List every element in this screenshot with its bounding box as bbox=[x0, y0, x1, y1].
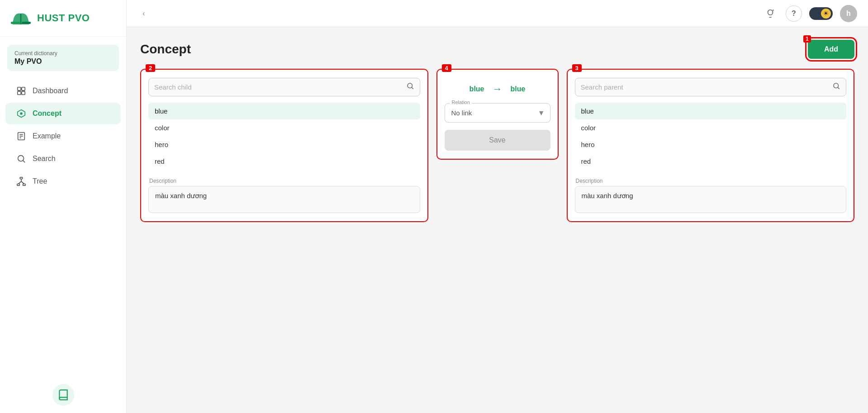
child-description-label: Description bbox=[148, 178, 420, 184]
avatar-letter: h bbox=[846, 9, 851, 18]
add-button[interactable]: Add bbox=[808, 40, 854, 59]
relation-right-concept: blue bbox=[511, 85, 526, 93]
relation-left-concept: blue bbox=[470, 85, 484, 93]
collapse-sidebar-button[interactable]: ‹ bbox=[138, 7, 150, 20]
svg-rect-3 bbox=[18, 87, 21, 90]
child-search-icon[interactable] bbox=[406, 82, 414, 92]
dashboard-label: Dashboard bbox=[33, 87, 68, 95]
example-label: Example bbox=[33, 132, 61, 140]
sidebar-item-concept[interactable]: Concept bbox=[5, 103, 121, 124]
svg-rect-2 bbox=[22, 22, 31, 24]
child-item-red[interactable]: red bbox=[148, 153, 420, 170]
add-button-badge: 1 bbox=[803, 35, 811, 43]
child-panel-badge: 2 bbox=[146, 64, 155, 72]
child-panel: 2 blue color hero red bbox=[140, 69, 428, 222]
parent-concept-list: blue color hero red bbox=[575, 103, 847, 170]
search-nav-icon bbox=[16, 154, 26, 164]
content-header: Concept 1 Add bbox=[140, 40, 854, 59]
sun-icon: ☀ bbox=[823, 10, 829, 17]
lightbulb-button[interactable] bbox=[762, 5, 778, 22]
content-area: Concept 1 Add 2 bbox=[127, 27, 868, 413]
svg-point-13 bbox=[18, 156, 24, 161]
svg-line-20 bbox=[21, 181, 24, 184]
logo-icon bbox=[9, 8, 33, 28]
svg-rect-16 bbox=[17, 184, 20, 186]
svg-point-8 bbox=[20, 112, 23, 115]
child-search-input[interactable] bbox=[154, 83, 403, 91]
tree-icon bbox=[16, 176, 26, 186]
parent-item-blue[interactable]: blue bbox=[575, 103, 847, 119]
book-button[interactable] bbox=[52, 384, 74, 406]
child-item-blue[interactable]: blue bbox=[148, 103, 420, 119]
svg-rect-1 bbox=[11, 22, 20, 24]
sidebar-item-example[interactable]: Example bbox=[5, 125, 121, 147]
dictionary-value: My PVO bbox=[14, 57, 112, 66]
sidebar-nav: Dashboard Concept Example Search bbox=[0, 75, 126, 377]
concept-icon bbox=[16, 109, 26, 119]
parent-item-red[interactable]: red bbox=[575, 153, 847, 170]
relation-select[interactable]: No link Is a Part of Related bbox=[445, 103, 550, 123]
app-name: HUST PVO bbox=[37, 12, 90, 24]
search-label: Search bbox=[33, 155, 56, 163]
example-icon bbox=[16, 131, 26, 141]
svg-rect-17 bbox=[23, 184, 25, 186]
parent-search-icon[interactable] bbox=[832, 82, 840, 92]
parent-panel: 3 blue color hero red bbox=[567, 69, 855, 222]
parent-description-wrapper: Description màu xanh dương bbox=[575, 170, 847, 213]
user-avatar[interactable]: h bbox=[840, 5, 857, 22]
topbar-left: ‹ bbox=[138, 7, 150, 20]
child-concept-list: blue color hero red bbox=[148, 103, 420, 170]
svg-rect-4 bbox=[22, 87, 25, 90]
child-item-color[interactable]: color bbox=[148, 119, 420, 136]
sidebar-item-dashboard[interactable]: Dashboard bbox=[5, 80, 121, 102]
logo-area: HUST PVO bbox=[0, 0, 126, 37]
relation-select-label: Relation bbox=[450, 100, 472, 105]
dashboard-icon bbox=[16, 86, 26, 96]
topbar-right: ? ☀ h bbox=[762, 5, 857, 22]
parent-search-input[interactable] bbox=[581, 83, 829, 91]
help-button[interactable]: ? bbox=[786, 5, 802, 22]
svg-line-23 bbox=[412, 87, 413, 89]
panels-row: 2 blue color hero red bbox=[140, 69, 854, 222]
collapse-icon: ‹ bbox=[142, 9, 145, 18]
toggle-knob: ☀ bbox=[821, 9, 831, 19]
dictionary-label: Current dictionary bbox=[14, 50, 112, 57]
svg-point-21 bbox=[773, 9, 774, 11]
parent-search-bar[interactable] bbox=[575, 78, 847, 96]
relation-arrow-icon: → bbox=[493, 83, 503, 95]
svg-line-14 bbox=[23, 161, 25, 162]
relation-panel-badge: 4 bbox=[442, 64, 451, 72]
svg-rect-6 bbox=[22, 91, 25, 95]
svg-line-19 bbox=[19, 181, 21, 184]
parent-description-box: màu xanh dương bbox=[575, 186, 847, 213]
lightbulb-icon bbox=[765, 9, 775, 19]
add-button-wrapper: 1 Add bbox=[808, 40, 854, 59]
question-icon: ? bbox=[792, 9, 796, 18]
book-icon bbox=[57, 389, 69, 401]
parent-description-label: Description bbox=[575, 178, 847, 184]
relation-panel: 4 blue → blue Relation No link Is a Part… bbox=[436, 69, 559, 160]
child-description-wrapper: Description màu xanh dương bbox=[148, 170, 420, 213]
parent-panel-badge: 3 bbox=[572, 64, 582, 72]
sidebar: HUST PVO Current dictionary My PVO Dashb… bbox=[0, 0, 127, 413]
parent-item-color[interactable]: color bbox=[575, 119, 847, 136]
page-title: Concept bbox=[140, 42, 191, 57]
dark-mode-toggle[interactable]: ☀ bbox=[809, 7, 833, 20]
child-description-box: màu xanh dương bbox=[148, 186, 420, 213]
svg-point-24 bbox=[834, 83, 839, 88]
tree-label: Tree bbox=[33, 177, 47, 185]
sidebar-item-tree[interactable]: Tree bbox=[5, 171, 121, 192]
svg-rect-15 bbox=[20, 177, 23, 179]
relation-select-wrapper: Relation No link Is a Part of Related ▼ bbox=[445, 103, 550, 123]
main-area: ‹ ? ☀ h Concept bbox=[127, 0, 868, 413]
sidebar-item-search[interactable]: Search bbox=[5, 148, 121, 170]
topbar: ‹ ? ☀ h bbox=[127, 0, 868, 27]
svg-point-22 bbox=[408, 83, 413, 88]
sidebar-bottom bbox=[0, 377, 126, 413]
concept-label: Concept bbox=[33, 109, 62, 118]
child-search-bar[interactable] bbox=[148, 78, 420, 96]
parent-item-hero[interactable]: hero bbox=[575, 136, 847, 153]
save-button[interactable]: Save bbox=[445, 130, 550, 151]
child-item-hero[interactable]: hero bbox=[148, 136, 420, 153]
current-dictionary: Current dictionary My PVO bbox=[7, 45, 119, 71]
